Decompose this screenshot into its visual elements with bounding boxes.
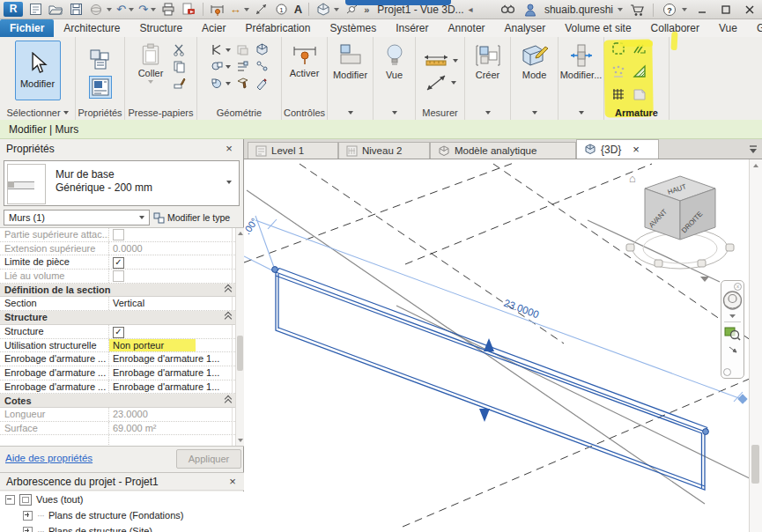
activate-controls-button[interactable]: Activer <box>282 41 327 106</box>
panel-label-creer[interactable] <box>465 106 510 120</box>
type-selector[interactable]: Mur de base Générique - 200 mm <box>4 160 240 206</box>
panel-label-modifier[interactable] <box>328 106 373 120</box>
sync-caret[interactable] <box>107 8 112 11</box>
property-grid-scrollbar[interactable] <box>235 228 244 446</box>
property-row-utilisation[interactable]: Utilisation structurelle Non porteur <box>0 339 244 353</box>
view-tab-3d[interactable]: {3D} × <box>576 139 659 159</box>
property-row[interactable]: Longueur 23.0000 <box>0 408 244 422</box>
undo-caret[interactable] <box>129 8 134 11</box>
view3d-caret[interactable] <box>334 8 339 11</box>
tab-prefabrication[interactable]: Préfabrication <box>235 19 320 37</box>
edit-wall-button[interactable]: Modifier... <box>559 41 603 106</box>
apply-button[interactable]: Appliquer <box>176 449 241 469</box>
property-row[interactable]: Surface 69.000 m² <box>0 422 244 436</box>
expand-box-icon[interactable] <box>23 527 33 532</box>
print-icon[interactable] <box>160 2 176 18</box>
apply-coping-icon[interactable] <box>235 42 250 57</box>
scrollbar-thumb[interactable] <box>751 445 759 484</box>
property-group-header[interactable]: Cotes <box>0 394 244 408</box>
panel-label-mode[interactable] <box>511 106 558 120</box>
create-button[interactable]: Créer <box>465 41 510 106</box>
browser-close-icon[interactable]: × <box>227 477 238 487</box>
modify-tool-button[interactable]: Modifier <box>328 41 373 106</box>
property-group-header[interactable]: Définition de la section <box>0 284 244 298</box>
checkbox[interactable]: ✓ <box>113 327 124 338</box>
cut-caret[interactable] <box>226 48 231 52</box>
viewcube-home-icon[interactable]: ⌂ <box>629 172 636 185</box>
save-icon[interactable] <box>68 2 84 18</box>
measure-between-icon[interactable] <box>254 2 270 18</box>
measure-icon[interactable]: ↔ <box>230 4 241 15</box>
align-icon[interactable] <box>235 59 250 74</box>
panel-label-presse-papiers[interactable]: Presse-papiers <box>125 106 196 120</box>
redo-icon[interactable]: ↷ <box>138 4 148 15</box>
view-tab-list-icon[interactable] <box>749 145 758 153</box>
steering-wheel-icon[interactable] <box>721 289 744 319</box>
tab-fichier[interactable]: Fichier <box>0 19 54 37</box>
property-row[interactable]: Section Vertical <box>0 297 244 311</box>
property-row[interactable]: Structure ✓ <box>0 325 244 339</box>
measure-caret[interactable] <box>244 8 249 11</box>
properties-help-link[interactable]: Aide des propriétés <box>5 453 92 463</box>
properties-close-icon[interactable]: × <box>224 144 234 154</box>
view-tab-level1[interactable]: Level 1 <box>248 142 338 159</box>
navigation-bar[interactable]: x <box>721 280 744 379</box>
tree-item-site[interactable]: ··· Plans de structure (Site) <box>0 523 244 532</box>
panel-label-mesurer[interactable]: Mesurer <box>416 106 464 120</box>
tab-vue[interactable]: Vue <box>709 19 747 37</box>
minimize-button[interactable] <box>693 3 711 17</box>
wall-joins-caret[interactable] <box>226 82 231 85</box>
panel-label-proprietes[interactable]: Propriétés <box>76 106 124 120</box>
default-3d-view-icon[interactable] <box>315 2 331 18</box>
panel-label-vue[interactable] <box>374 106 415 120</box>
help-caret[interactable] <box>682 8 687 11</box>
measure-ruler-icon[interactable] <box>423 54 449 68</box>
cube-icon[interactable] <box>255 42 270 57</box>
paste-button[interactable]: Coller <box>135 41 166 106</box>
undo-icon[interactable]: ↶ <box>116 4 126 15</box>
property-row[interactable]: Lié au volume <box>0 270 244 284</box>
selected-wall[interactable] <box>276 269 707 491</box>
properties-palette-icon[interactable] <box>89 76 112 99</box>
tab-acier[interactable]: Acier <box>192 19 235 37</box>
panel-label-geometrie[interactable]: Géométrie <box>197 106 281 120</box>
tag-icon[interactable]: 1 <box>274 2 290 18</box>
navbar-close-icon[interactable]: x <box>734 283 742 291</box>
join-geometry-icon[interactable] <box>210 59 225 74</box>
measure-caret[interactable] <box>453 59 458 63</box>
user-caret[interactable] <box>618 8 623 11</box>
open-icon[interactable] <box>48 2 63 18</box>
app-store-cart-icon[interactable] <box>629 2 645 18</box>
demolish-icon[interactable] <box>235 76 250 91</box>
collapse-box-icon[interactable] <box>5 495 15 505</box>
view-tab-analytique[interactable]: Modèle analytique <box>430 142 576 159</box>
view-visibility-button[interactable]: Vue <box>374 41 415 106</box>
panel-label-controles[interactable]: Contrôles <box>282 106 327 120</box>
tab-gerer[interactable]: Gérer <box>747 19 762 37</box>
measure-diagonal-icon[interactable] <box>425 73 448 92</box>
tab-volume-et-site[interactable]: Volume et site <box>555 19 640 37</box>
cut-icon[interactable] <box>172 42 187 57</box>
temporary-dimension[interactable] <box>244 216 746 402</box>
viewcube-menu-caret[interactable] <box>700 277 709 282</box>
signed-in-user[interactable]: shuaib.qureshi <box>544 4 613 16</box>
offset-icon[interactable] <box>255 59 270 74</box>
tab-analyser[interactable]: Analyser <box>495 19 556 37</box>
property-row[interactable]: Extension supérieure 0.0000 <box>0 242 244 256</box>
modify-button[interactable]: Modifier <box>15 41 61 100</box>
tree-item-fondations[interactable]: ··· Plans de structure (Fondations) <box>0 507 244 523</box>
scrollbar-thumb[interactable] <box>237 336 243 371</box>
file-tab-icon[interactable] <box>27 2 43 18</box>
selection-filter-combo[interactable]: Murs (1) <box>4 210 150 225</box>
scroll-up-icon[interactable] <box>238 232 243 235</box>
aligned-dimension-icon[interactable] <box>210 2 226 18</box>
property-row[interactable]: Enrobage d'armature ... Enrobage d'armat… <box>0 366 244 381</box>
cut-geometry-icon[interactable] <box>210 42 225 57</box>
tab-inserer[interactable]: Insérer <box>386 19 438 37</box>
edit-type-button[interactable]: Modifier le type <box>153 210 240 225</box>
view-tab-niveau2[interactable]: Niveau 2 <box>338 142 430 159</box>
text-tool-icon[interactable]: A <box>294 3 302 16</box>
sync-icon[interactable] <box>88 2 104 18</box>
tab-systemes[interactable]: Systèmes <box>320 19 386 37</box>
drawing-area[interactable]: 23.0000 .00° ⌂ <box>244 159 762 532</box>
